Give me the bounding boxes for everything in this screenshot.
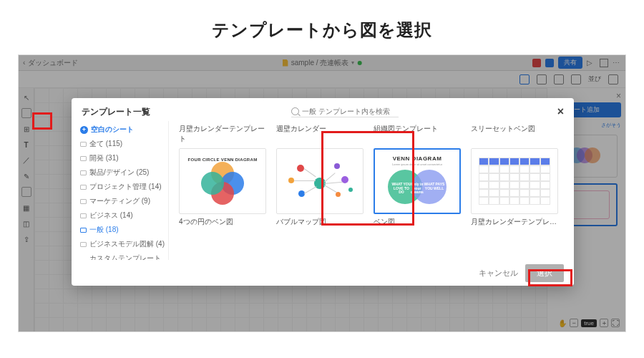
template-card-calendar[interactable]: 月壁カレンダーテンプレート [471, 148, 558, 227]
layers-icon[interactable] [519, 74, 530, 84]
card-label: 週壁カレンダー [276, 121, 364, 138]
zoom-in-button[interactable]: ＋ [600, 319, 608, 327]
four-venn-icon [201, 162, 244, 205]
plus-icon: + [80, 126, 88, 134]
folder-icon [80, 213, 87, 218]
folder-icon [80, 170, 87, 175]
select-button[interactable]: 選択 [525, 264, 564, 282]
cursor-icon[interactable]: ↖ [21, 92, 31, 102]
template-icon[interactable] [21, 108, 31, 118]
folder-icon [80, 228, 87, 233]
sidebar-item-marketing[interactable]: マーケティング (9) [80, 194, 168, 208]
grid-icon[interactable] [554, 74, 564, 84]
sidebar-item-custom[interactable]: カスタムテンプレート (0) [80, 251, 168, 260]
search-input[interactable] [302, 107, 399, 115]
sidebar-item-label: ビジネス (14) [89, 211, 133, 221]
sidebar-item-label: プロジェクト管理 (14) [89, 182, 162, 192]
sticky-icon[interactable] [21, 187, 31, 197]
venn-icon: WHAT YOU LOVE TO DO Only in your dreams … [384, 167, 451, 207]
calendar-icon [479, 158, 550, 205]
zoom-badge: true [581, 319, 597, 327]
template-card-four-venn[interactable]: FOUR CIRCLE VENN DIAGRAM 4つの円のベン図 [179, 148, 266, 227]
table-icon[interactable]: ▦ [21, 203, 31, 213]
chart-icon[interactable]: ◫ [21, 218, 31, 228]
card-label: 4つの円のベン図 [179, 214, 266, 227]
bubble-map-icon [284, 156, 356, 206]
card-label: 月壁カレンダーテンプレート [179, 121, 266, 148]
sidebar-blank-label: 空白のシート [91, 125, 134, 135]
hand-icon[interactable]: ✋ [558, 319, 567, 327]
search-icon [291, 107, 299, 115]
sidebar-item-label: 製品/デザイン (25) [89, 168, 149, 178]
sidebar-item-all[interactable]: 全て (115) [80, 137, 168, 151]
modal-close-button[interactable]: × [557, 105, 564, 118]
breadcrumb[interactable]: ‹ ダッシュボード [23, 58, 78, 68]
ribbon: 並び [19, 71, 625, 88]
folder-icon [80, 185, 87, 190]
template-card[interactable]: 月壁カレンダーテンプレート [179, 121, 266, 148]
thumb-title: VENN DIAGRAM [393, 155, 442, 162]
close-icon[interactable]: × [616, 91, 621, 101]
folder-icon [80, 242, 87, 247]
sidebar-item-label: ビジネスモデル図解 (4) [89, 239, 165, 249]
sidebar-blank-sheet[interactable]: + 空白のシート [80, 122, 168, 137]
comment-icon[interactable] [537, 74, 547, 84]
template-card-bubble[interactable]: バブルマップ図 [276, 148, 364, 227]
template-modal: テンプレート一覧 × + 空白のシート 全て (115) 開発 (31) 製品/… [72, 98, 574, 286]
template-grid: 月壁カレンダーテンプレート 週壁カレンダー 組織図テンプレート スリーセットベン… [169, 121, 574, 260]
file-title[interactable]: sample / 売連帳表 ▾ [283, 58, 362, 68]
sidebar-item-design[interactable]: 製品/デザイン (25) [80, 165, 168, 180]
file-name: sample / 売連帳表 [291, 58, 349, 68]
sidebar-item-label: 全て (115) [89, 139, 122, 149]
share-button[interactable]: 共有 [558, 57, 582, 69]
gear-icon[interactable] [608, 74, 618, 84]
template-card[interactable]: 組織図テンプレート [374, 121, 461, 148]
page-title: テンプレートから図を選択 [0, 0, 644, 54]
zoom-out-button[interactable]: − [570, 319, 578, 327]
topbar: ‹ ダッシュボード sample / 売連帳表 ▾ 共有 ▷ ⋯ [19, 55, 625, 71]
card-label: 月壁カレンダーテンプレート [471, 214, 558, 227]
more-icon[interactable]: ⋯ [613, 59, 621, 67]
breadcrumb-label: ダッシュボード [28, 58, 78, 68]
shapes-icon[interactable]: ⊞ [21, 124, 31, 134]
zoom-controls: ✋ − true ＋ ⛶ [558, 319, 620, 327]
fit-button[interactable]: ⛶ [611, 319, 620, 327]
objects-icon[interactable] [571, 74, 581, 84]
sidebar-item-dev[interactable]: 開発 (31) [80, 151, 168, 165]
card-label: スリーセットベン図 [471, 121, 558, 138]
upload-icon[interactable]: ⇪ [21, 234, 31, 244]
notification-icon[interactable] [532, 59, 541, 67]
avatar[interactable] [545, 59, 554, 67]
cancel-button[interactable]: キャンセル [479, 268, 518, 279]
sidebar-item-label: カスタムテンプレート (0) [89, 253, 168, 260]
folder-icon [80, 142, 87, 147]
sync-ok-icon [357, 61, 361, 65]
app-window: ‹ ダッシュボード sample / 売連帳表 ▾ 共有 ▷ ⋯ 並び ↖ [18, 54, 626, 332]
chevron-left-icon: ‹ [23, 59, 25, 67]
line-tool-icon[interactable]: ／ [21, 155, 31, 165]
template-card[interactable]: スリーセットベン図 [471, 121, 558, 148]
modal-title: テンプレート一覧 [82, 106, 150, 118]
card-label: ベン図 [374, 214, 461, 227]
card-label: バブルマップ図 [276, 214, 364, 227]
template-search[interactable] [291, 106, 399, 117]
sidebar-item-bizmodel[interactable]: ビジネスモデル図解 (4) [80, 237, 168, 251]
venn-label-mid: Only in your dreams [409, 183, 425, 195]
sidebar-item-label: 開発 (31) [89, 153, 119, 163]
sidebar-item-general[interactable]: 一般 (18) [80, 223, 168, 237]
venn-label-right: WHAT PAYS YOU WELL [424, 183, 445, 190]
sidebar-item-business[interactable]: ビジネス (14) [80, 208, 168, 223]
doc-icon [283, 59, 288, 67]
pen-tool-icon[interactable]: ✎ [21, 171, 31, 181]
thumb-sub: Lorem ipsum dolor sit amet consectetur [388, 162, 447, 167]
export-icon[interactable] [600, 59, 608, 67]
chevron-down-icon: ▾ [351, 59, 354, 66]
sidebar-item-label: 一般 (18) [89, 225, 119, 235]
template-card-venn[interactable]: VENN DIAGRAM Lorem ipsum dolor sit amet … [374, 148, 461, 227]
ribbon-label: 並び [588, 74, 601, 84]
play-icon[interactable]: ▷ [587, 59, 595, 67]
sidebar-item-pm[interactable]: プロジェクト管理 (14) [80, 180, 168, 194]
template-card[interactable]: 週壁カレンダー [276, 121, 364, 148]
text-tool-icon[interactable]: T [21, 140, 31, 150]
folder-icon [80, 156, 87, 161]
